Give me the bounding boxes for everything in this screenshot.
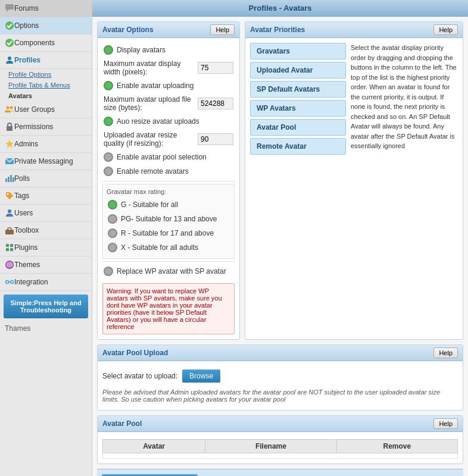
avatar-options-help-button[interactable]: Help — [210, 24, 235, 35]
priority-uploaded-avatar[interactable]: Uploaded Avatar — [250, 62, 346, 79]
sidebar-item-forums[interactable]: Forums — [0, 0, 92, 17]
sidebar-item-profiles[interactable]: Profiles — [0, 52, 92, 69]
svg-marker-8 — [5, 140, 14, 148]
avatar-col-header: Avatar — [103, 440, 205, 453]
permissions-icon — [5, 122, 14, 131]
enable-uploading-toggle[interactable] — [104, 81, 113, 90]
gravatar-r-row: R - Suitable for 17 and above — [107, 226, 230, 240]
avatar-pool-empty-row — [103, 453, 458, 459]
svg-point-2 — [5, 21, 14, 30]
remote-avatars-toggle[interactable] — [104, 167, 113, 176]
svg-rect-18 — [6, 244, 9, 247]
sidebar-sub-profile-tabs[interactable]: Profile Tabs & Menus — [0, 80, 92, 90]
replace-wp-row: Replace WP avatar with SP avatar — [102, 264, 235, 278]
gravatar-g-toggle[interactable] — [108, 200, 117, 209]
remove-col-header: Remove — [336, 440, 457, 453]
replace-wp-toggle[interactable] — [104, 267, 113, 276]
users-icon — [5, 208, 14, 218]
svg-point-5 — [7, 107, 10, 109]
sidebar-item-components[interactable]: Components — [0, 35, 92, 52]
replace-wp-label: Replace WP avatar with SP avatar — [117, 267, 233, 275]
forums-icon — [5, 4, 14, 13]
sidebar-item-themes[interactable]: Themes — [0, 256, 92, 274]
display-avatars-toggle[interactable] — [104, 45, 113, 55]
tags-icon — [5, 191, 14, 201]
svg-rect-17 — [8, 228, 11, 230]
pool-selection-row: Enable avatar pool selection — [102, 150, 235, 164]
sidebar-sub-avatars[interactable]: Avatars — [0, 90, 92, 101]
priority-sp-default[interactable]: SP Default Avatars — [250, 81, 346, 98]
resize-quality-row: Uploaded avatar resize quality (if resiz… — [102, 129, 235, 150]
avatar-pool-help-button[interactable]: Help — [433, 418, 458, 429]
max-display-input[interactable] — [198, 62, 233, 74]
max-upload-input[interactable] — [198, 98, 233, 109]
polls-icon — [5, 174, 14, 183]
enable-uploading-row: Enable avatar uploading — [102, 79, 235, 93]
sidebar-item-users[interactable]: Users — [0, 205, 92, 222]
priority-remote-avatar[interactable]: Remote Avatar — [250, 138, 346, 155]
avatar-options-title: Avatar Options — [102, 26, 154, 34]
svg-rect-11 — [8, 177, 10, 182]
display-avatars-label: Display avatars — [117, 46, 233, 54]
svg-rect-12 — [10, 175, 12, 182]
avatar-priorities-title: Avatar Priorities — [250, 26, 305, 34]
auto-resize-row: Auo resize avatar uploads — [102, 114, 235, 129]
svg-rect-21 — [10, 248, 13, 251]
sidebar-item-private-messaging[interactable]: Private Messaging — [0, 153, 92, 170]
user-groups-icon — [5, 105, 14, 114]
priority-avatar-pool[interactable]: Avatar Pool — [250, 119, 346, 136]
page-title: Profiles - Avatars — [92, 0, 468, 17]
svg-rect-10 — [5, 178, 7, 182]
toolbox-icon — [5, 226, 14, 235]
gravatar-pg-label: PG- Suitable for 13 and above — [121, 215, 217, 223]
help-troubleshooting-button[interactable]: Simple:Press Help and Troubleshooting — [4, 295, 88, 318]
remote-avatars-label: Enable remote avatars — [117, 167, 233, 176]
select-upload-row: Select avatar to upload: Browse — [102, 366, 458, 386]
gravatar-x-label: X - Suitable for all adults — [121, 243, 198, 252]
gravatar-g-label: G - Suitable for all — [121, 201, 178, 209]
priorities-list: Gravatars Uploaded Avatar SP Default Ava… — [250, 43, 346, 157]
update-bar: Update Avatar Options — [97, 469, 463, 476]
sidebar-item-tags[interactable]: Tags — [0, 187, 92, 205]
avatar-priorities-help-button[interactable]: Help — [433, 24, 458, 35]
sidebar: Forums Options Components Profiles Profi… — [0, 0, 92, 476]
integration-icon — [5, 277, 14, 287]
auto-resize-label: Auo resize avatar uploads — [117, 117, 233, 126]
footer-text: Thames — [0, 322, 92, 335]
sidebar-item-options[interactable]: Options — [0, 17, 92, 35]
avatar-pool-upload-panel: Avatar Pool Upload Help Select avatar to… — [97, 345, 463, 411]
max-display-label: Maximum avatar display width (pixels): — [104, 60, 194, 76]
priority-gravatars[interactable]: Gravatars — [250, 43, 346, 60]
sidebar-sub-profile-options[interactable]: Profile Options — [0, 69, 92, 80]
main-content: Profiles - Avatars Avatar Options Help D… — [92, 0, 468, 476]
gravatar-section: Gravatar max rating: G - Suitable for al… — [102, 184, 235, 259]
pool-selection-toggle[interactable] — [104, 152, 113, 162]
browse-button[interactable]: Browse — [182, 369, 220, 383]
gravatar-x-toggle[interactable] — [108, 243, 117, 252]
components-icon — [5, 38, 14, 48]
pool-upload-help-button[interactable]: Help — [433, 347, 458, 358]
pool-selection-label: Enable avatar pool selection — [117, 153, 233, 161]
sidebar-item-user-groups[interactable]: User Groups — [0, 101, 92, 118]
resize-quality-input[interactable] — [198, 133, 233, 145]
avatar-pool-table: Avatar Filename Remove — [102, 439, 458, 459]
gravatar-label: Gravatar max rating: — [107, 188, 230, 195]
gravatar-pg-toggle[interactable] — [108, 214, 117, 224]
profiles-icon — [5, 55, 14, 65]
sidebar-item-integration[interactable]: Integration — [0, 274, 92, 291]
svg-rect-0 — [5, 4, 14, 10]
options-icon — [5, 21, 14, 30]
select-upload-label: Select avatar to upload: — [102, 372, 177, 380]
gravatar-r-toggle[interactable] — [108, 228, 117, 238]
sidebar-item-toolbox[interactable]: Toolbox — [0, 222, 92, 239]
gravatar-g-row: G - Suitable for all — [107, 198, 230, 212]
sidebar-item-permissions[interactable]: Permissions — [0, 118, 92, 136]
avatar-options-panel: Avatar Options Help Display avatars Maxi… — [97, 21, 240, 340]
sidebar-item-plugins[interactable]: Plugins — [0, 239, 92, 256]
sidebar-item-admins[interactable]: Admins — [0, 136, 92, 153]
priority-wp-avatars[interactable]: WP Avatars — [250, 100, 346, 117]
svg-point-6 — [10, 107, 13, 109]
auto-resize-toggle[interactable] — [104, 117, 113, 126]
sidebar-item-polls[interactable]: Polls — [0, 170, 92, 187]
max-display-row: Maximum avatar display width (pixels): — [102, 57, 235, 79]
